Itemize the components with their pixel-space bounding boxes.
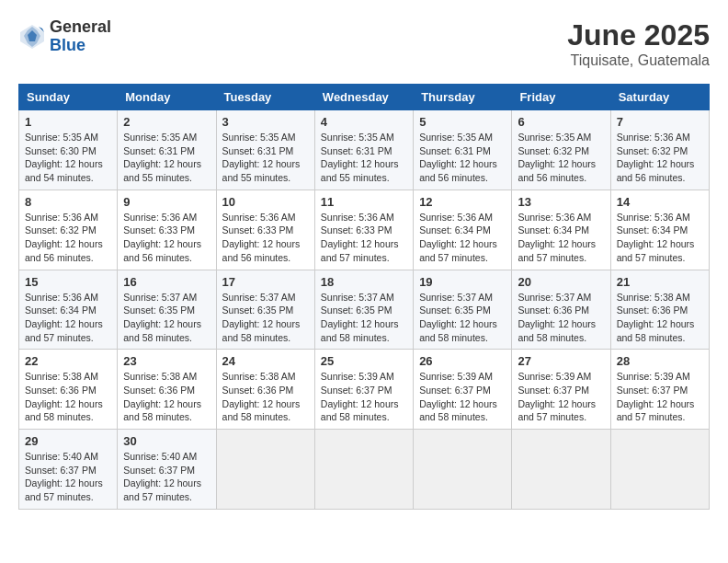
day-number: 25: [321, 354, 407, 368]
day-number: 26: [419, 354, 506, 368]
sunset-label: Sunset: 6:37 PM: [518, 385, 589, 396]
logo: General Blue: [18, 18, 111, 55]
day-info: Sunrise: 5:35 AM Sunset: 6:31 PM Dayligh…: [419, 131, 506, 185]
day-number: 23: [123, 354, 210, 368]
sunrise-label: Sunrise: 5:40 AM: [123, 451, 197, 462]
sunset-label: Sunset: 6:35 PM: [222, 304, 294, 316]
calendar-cell: 13 Sunrise: 5:36 AM Sunset: 6:34 PM Dayl…: [512, 190, 610, 270]
calendar-cell: 2 Sunrise: 5:35 AM Sunset: 6:31 PM Dayli…: [118, 110, 216, 190]
sunset-label: Sunset: 6:36 PM: [123, 385, 195, 396]
sunset-label: Sunset: 6:33 PM: [123, 224, 195, 236]
sunrise-label: Sunrise: 5:35 AM: [419, 132, 493, 143]
sunset-label: Sunset: 6:36 PM: [617, 304, 688, 316]
day-number: 11: [321, 195, 407, 209]
sunset-label: Sunset: 6:37 PM: [419, 385, 491, 396]
daylight-label: Daylight: 12 hours and 58 minutes.: [321, 318, 399, 343]
daylight-label: Daylight: 12 hours and 57 minutes.: [321, 238, 399, 263]
calendar-cell: 29 Sunrise: 5:40 AM Sunset: 6:37 PM Dayl…: [19, 430, 118, 510]
calendar-cell: 6 Sunrise: 5:35 AM Sunset: 6:32 PM Dayli…: [512, 110, 610, 190]
day-info: Sunrise: 5:37 AM Sunset: 6:35 PM Dayligh…: [222, 291, 309, 345]
calendar-week-1: 1 Sunrise: 5:35 AM Sunset: 6:30 PM Dayli…: [19, 110, 710, 190]
daylight-label: Daylight: 12 hours and 57 minutes.: [25, 318, 103, 343]
sunset-label: Sunset: 6:33 PM: [321, 224, 392, 236]
day-number: 24: [222, 354, 309, 368]
day-info: Sunrise: 5:37 AM Sunset: 6:35 PM Dayligh…: [419, 291, 506, 345]
sunrise-label: Sunrise: 5:36 AM: [617, 212, 690, 223]
day-number: 29: [25, 434, 111, 448]
daylight-label: Daylight: 12 hours and 58 minutes.: [419, 318, 497, 343]
sunset-label: Sunset: 6:31 PM: [123, 145, 195, 156]
calendar-title: June 2025: [567, 18, 710, 52]
day-info: Sunrise: 5:38 AM Sunset: 6:36 PM Dayligh…: [222, 370, 309, 424]
daylight-label: Daylight: 12 hours and 57 minutes.: [419, 238, 497, 263]
logo-text: General Blue: [50, 18, 111, 55]
daylight-label: Daylight: 12 hours and 57 minutes.: [518, 238, 596, 263]
day-info: Sunrise: 5:36 AM Sunset: 6:34 PM Dayligh…: [419, 211, 506, 265]
sunrise-label: Sunrise: 5:37 AM: [123, 292, 197, 303]
sunset-label: Sunset: 6:36 PM: [518, 304, 589, 316]
sunrise-label: Sunrise: 5:35 AM: [518, 132, 591, 143]
sunset-label: Sunset: 6:37 PM: [617, 385, 688, 396]
day-info: Sunrise: 5:38 AM Sunset: 6:36 PM Dayligh…: [25, 370, 111, 424]
calendar-cell: [512, 430, 610, 510]
sunrise-label: Sunrise: 5:38 AM: [617, 292, 690, 303]
logo-icon: [18, 23, 46, 51]
sunrise-label: Sunrise: 5:39 AM: [419, 371, 493, 382]
logo-blue: Blue: [50, 37, 111, 55]
sunset-label: Sunset: 6:30 PM: [25, 145, 97, 156]
day-info: Sunrise: 5:35 AM Sunset: 6:32 PM Dayligh…: [518, 131, 604, 185]
sunrise-label: Sunrise: 5:39 AM: [617, 371, 690, 382]
daylight-label: Daylight: 12 hours and 56 minutes.: [123, 238, 201, 263]
calendar-week-4: 22 Sunrise: 5:38 AM Sunset: 6:36 PM Dayl…: [19, 350, 710, 430]
sunset-label: Sunset: 6:36 PM: [25, 385, 97, 396]
day-info: Sunrise: 5:36 AM Sunset: 6:32 PM Dayligh…: [617, 131, 703, 185]
day-number: 5: [419, 115, 506, 129]
sunrise-label: Sunrise: 5:37 AM: [222, 292, 296, 303]
calendar-subtitle: Tiquisate, Guatemala: [567, 52, 710, 69]
day-info: Sunrise: 5:35 AM Sunset: 6:31 PM Dayligh…: [222, 131, 309, 185]
sunrise-label: Sunrise: 5:37 AM: [518, 292, 591, 303]
calendar-cell: [610, 430, 709, 510]
day-number: 19: [419, 275, 506, 289]
calendar-cell: 25 Sunrise: 5:39 AM Sunset: 6:37 PM Dayl…: [314, 350, 413, 430]
calendar-cell: 22 Sunrise: 5:38 AM Sunset: 6:36 PM Dayl…: [19, 350, 118, 430]
day-number: 1: [25, 115, 111, 129]
day-info: Sunrise: 5:36 AM Sunset: 6:33 PM Dayligh…: [123, 211, 210, 265]
sunset-label: Sunset: 6:32 PM: [518, 145, 589, 156]
daylight-label: Daylight: 12 hours and 58 minutes.: [25, 398, 103, 423]
sunrise-label: Sunrise: 5:39 AM: [321, 371, 394, 382]
sunrise-label: Sunrise: 5:36 AM: [419, 212, 493, 223]
day-info: Sunrise: 5:39 AM Sunset: 6:37 PM Dayligh…: [321, 370, 407, 424]
day-info: Sunrise: 5:36 AM Sunset: 6:34 PM Dayligh…: [617, 211, 703, 265]
calendar-week-3: 15 Sunrise: 5:36 AM Sunset: 6:34 PM Dayl…: [19, 270, 710, 350]
calendar-cell: 15 Sunrise: 5:36 AM Sunset: 6:34 PM Dayl…: [19, 270, 118, 350]
sunrise-label: Sunrise: 5:36 AM: [222, 212, 296, 223]
calendar-week-5: 29 Sunrise: 5:40 AM Sunset: 6:37 PM Dayl…: [19, 430, 710, 510]
day-info: Sunrise: 5:39 AM Sunset: 6:37 PM Dayligh…: [419, 370, 506, 424]
calendar-cell: 28 Sunrise: 5:39 AM Sunset: 6:37 PM Dayl…: [610, 350, 709, 430]
day-info: Sunrise: 5:37 AM Sunset: 6:35 PM Dayligh…: [321, 291, 407, 345]
day-info: Sunrise: 5:36 AM Sunset: 6:34 PM Dayligh…: [25, 291, 111, 345]
calendar-cell: 11 Sunrise: 5:36 AM Sunset: 6:33 PM Dayl…: [314, 190, 413, 270]
sunrise-label: Sunrise: 5:38 AM: [222, 371, 296, 382]
sunrise-label: Sunrise: 5:38 AM: [25, 371, 98, 382]
sunset-label: Sunset: 6:32 PM: [25, 224, 97, 236]
sunrise-label: Sunrise: 5:39 AM: [518, 371, 591, 382]
calendar-cell: 1 Sunrise: 5:35 AM Sunset: 6:30 PM Dayli…: [19, 110, 118, 190]
daylight-label: Daylight: 12 hours and 56 minutes.: [419, 158, 497, 183]
daylight-label: Daylight: 12 hours and 57 minutes.: [25, 477, 103, 502]
sunrise-label: Sunrise: 5:40 AM: [25, 451, 98, 462]
day-number: 10: [222, 195, 309, 209]
day-info: Sunrise: 5:36 AM Sunset: 6:33 PM Dayligh…: [321, 211, 407, 265]
sunrise-label: Sunrise: 5:36 AM: [25, 212, 98, 223]
sunrise-label: Sunrise: 5:37 AM: [321, 292, 394, 303]
day-number: 7: [617, 115, 703, 129]
day-info: Sunrise: 5:36 AM Sunset: 6:34 PM Dayligh…: [518, 211, 604, 265]
day-number: 18: [321, 275, 407, 289]
sunset-label: Sunset: 6:37 PM: [123, 465, 195, 476]
day-number: 21: [617, 275, 703, 289]
sunrise-label: Sunrise: 5:35 AM: [321, 132, 394, 143]
sunset-label: Sunset: 6:34 PM: [25, 304, 97, 316]
day-info: Sunrise: 5:35 AM Sunset: 6:31 PM Dayligh…: [123, 131, 210, 185]
day-info: Sunrise: 5:35 AM Sunset: 6:31 PM Dayligh…: [321, 131, 407, 185]
